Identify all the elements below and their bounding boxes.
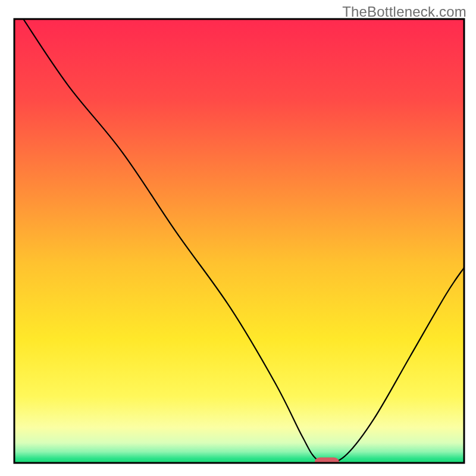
watermark-text: TheBottleneck.com	[342, 4, 466, 20]
gradient-background	[14, 19, 464, 463]
chart-container: TheBottleneck.com	[0, 0, 476, 476]
bottleneck-chart	[0, 0, 476, 476]
